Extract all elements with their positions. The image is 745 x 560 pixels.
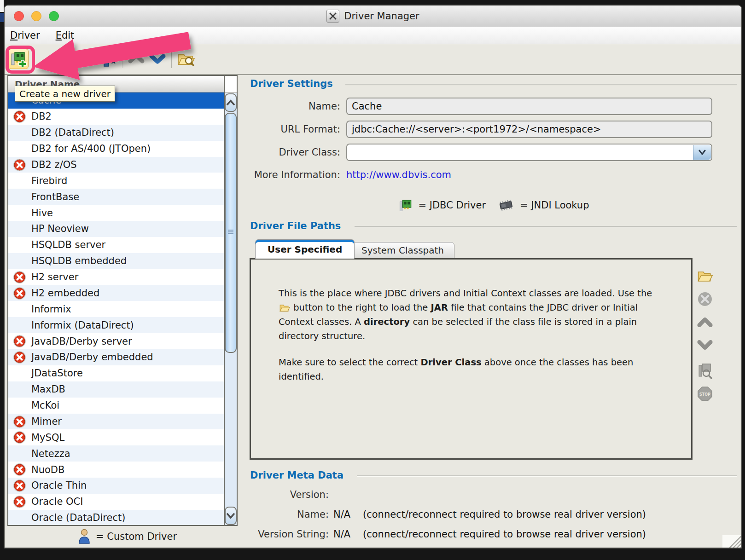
driver-list-item[interactable]: DB2 for AS/400 (JTOpen) — [8, 141, 224, 157]
sort-descending-button[interactable]: AZ — [76, 49, 97, 69]
menu-driver[interactable]: Driver — [9, 29, 41, 42]
driver-name: JavaDB/Derby embedded — [31, 352, 153, 363]
title-bar: Driver Manager — [5, 6, 741, 27]
move-path-up-button[interactable] — [696, 313, 714, 331]
scroll-up-button[interactable] — [225, 93, 237, 112]
driver-list-item[interactable]: H2 embedded — [8, 285, 224, 301]
name-field[interactable]: Cache — [346, 98, 712, 115]
driver-list-item[interactable]: MaxDB — [8, 381, 224, 398]
jndi-legend-text: = JNDI Lookup — [520, 200, 589, 211]
driver-name: McKoi — [31, 400, 59, 411]
driver-name: FrontBase — [31, 191, 79, 202]
driver-list-item[interactable]: Oracle OCI — [8, 494, 224, 510]
folder-search-icon — [177, 50, 195, 68]
driver-list-item[interactable]: MySQL — [8, 429, 224, 445]
driver-list-item[interactable]: NuoDB — [8, 462, 224, 478]
driver-error-icon — [13, 431, 26, 444]
svg-text:A: A — [111, 59, 116, 65]
tab-system-classpath[interactable]: System Classpath — [351, 242, 454, 259]
move-driver-up-button[interactable] — [126, 49, 146, 69]
icon-legend: = JDBC Driver = JNDI Lookup — [245, 198, 742, 213]
driver-list-scrollbar[interactable] — [224, 76, 237, 525]
menu-edit[interactable]: Edit — [55, 29, 76, 42]
driver-list-item[interactable]: Informix (DataDirect) — [8, 317, 224, 333]
more-information-label: More Information: — [246, 169, 340, 180]
driver-list: Driver Name Cache DB2 — [7, 75, 238, 526]
driver-list-item[interactable]: DB2 z/OS — [8, 157, 224, 173]
driver-list-item[interactable]: HSQLDB embedded — [8, 253, 224, 269]
driver-name: Informix — [31, 304, 71, 315]
driver-list-item[interactable]: HP Neoview — [8, 221, 224, 237]
background-window-fragment — [0, 0, 4, 12]
driver-search-icon — [697, 363, 713, 379]
chevron-up-icon — [128, 50, 145, 68]
driver-list-item[interactable]: McKoi — [8, 398, 224, 414]
jdbc-driver-icon — [399, 198, 413, 213]
driver-file-paths-title: Driver File Paths — [250, 220, 341, 231]
driver-list-item[interactable]: JDataStore — [8, 365, 224, 381]
find-driver-files-button[interactable] — [176, 49, 196, 69]
driver-error-icon — [13, 479, 26, 492]
x11-app-icon — [326, 10, 339, 23]
driver-name: Oracle OCI — [31, 496, 83, 507]
find-driver-class-button[interactable] — [696, 362, 714, 380]
remove-path-button[interactable] — [696, 290, 714, 308]
chevron-up-icon — [227, 99, 235, 106]
driver-name: Firebird — [31, 175, 67, 186]
sort-ascending-button[interactable]: ZA — [98, 49, 118, 69]
url-format-field[interactable]: jdbc:Cache://<server>:<port1972>/<namesp… — [346, 121, 712, 138]
move-path-down-button[interactable] — [696, 336, 714, 354]
scrollbar-thumb[interactable] — [225, 113, 237, 353]
driver-list-item[interactable]: DB2 — [8, 109, 224, 125]
driver-name: MaxDB — [31, 384, 65, 395]
version-string-label: Version String: — [237, 529, 329, 540]
driver-list-item[interactable]: Mimer — [8, 414, 224, 430]
tab-user-specified[interactable]: User Specified — [255, 239, 355, 259]
driver-list-item[interactable]: Hive — [8, 205, 224, 221]
driver-meta-data-title: Driver Meta Data — [250, 470, 343, 481]
person-icon — [77, 529, 91, 544]
driver-error-icon — [13, 287, 26, 300]
driver-list-item[interactable]: JavaDB/Derby embedded — [8, 349, 224, 365]
open-folder-icon — [279, 303, 291, 313]
driver-list-item[interactable]: Netezza — [8, 445, 224, 462]
tooltip-create-driver: Create a new driver — [15, 86, 115, 102]
chevron-down-icon — [227, 513, 235, 519]
chevron-up-icon — [697, 315, 713, 329]
driver-name: Netezza — [31, 448, 70, 459]
driver-name: Informix (DataDirect) — [31, 320, 134, 331]
driver-list-item[interactable]: JavaDB/Derby server — [8, 333, 224, 349]
driver-name: DB2 z/OS — [31, 159, 77, 170]
url-format-label: URL Format: — [246, 124, 340, 135]
driver-list-item[interactable]: Oracle (DataDirect) — [8, 510, 224, 525]
driver-list-item[interactable]: DB2 (DataDirect) — [8, 125, 224, 141]
driver-name: DB2 — [31, 111, 52, 122]
user-specified-panel: This is the place where JDBC drivers and… — [250, 258, 693, 460]
meta-name-label: Name: — [237, 509, 329, 520]
driver-list-item[interactable]: H2 server — [8, 269, 224, 285]
name-label: Name: — [246, 101, 340, 112]
driver-class-dropdown-button[interactable] — [693, 145, 711, 160]
driver-name: JDataStore — [31, 368, 83, 379]
driver-name: Oracle (DataDirect) — [31, 512, 125, 523]
scroll-down-button[interactable] — [225, 507, 237, 525]
open-file-button[interactable] — [696, 267, 714, 285]
version-label: Version: — [237, 489, 329, 500]
meta-name-note: (connect/reconnect required to browse re… — [363, 509, 646, 520]
driver-list-item[interactable]: Informix — [8, 301, 224, 317]
resize-grip[interactable] — [722, 535, 742, 548]
driver-list-item[interactable]: HSQLDB server — [8, 237, 224, 253]
sort-ascending-icon: ZA — [99, 50, 117, 68]
driver-name: JavaDB/Derby server — [31, 336, 132, 347]
driver-list-item[interactable]: FrontBase — [8, 189, 224, 205]
stop-button[interactable]: STOP — [696, 385, 714, 403]
dbvis-link[interactable]: http://www.dbvis.com — [346, 169, 451, 180]
move-driver-down-button[interactable] — [147, 49, 168, 69]
driver-class-combobox[interactable] — [346, 144, 712, 161]
annotation-highlight-box — [6, 46, 35, 74]
driver-manager-window: Driver Manager Driver Edit AZ — [4, 5, 742, 548]
driver-error-icon — [13, 158, 26, 172]
driver-error-icon — [13, 415, 26, 428]
driver-list-item[interactable]: Firebird — [8, 173, 224, 189]
driver-list-item[interactable]: Oracle Thin — [8, 478, 224, 494]
